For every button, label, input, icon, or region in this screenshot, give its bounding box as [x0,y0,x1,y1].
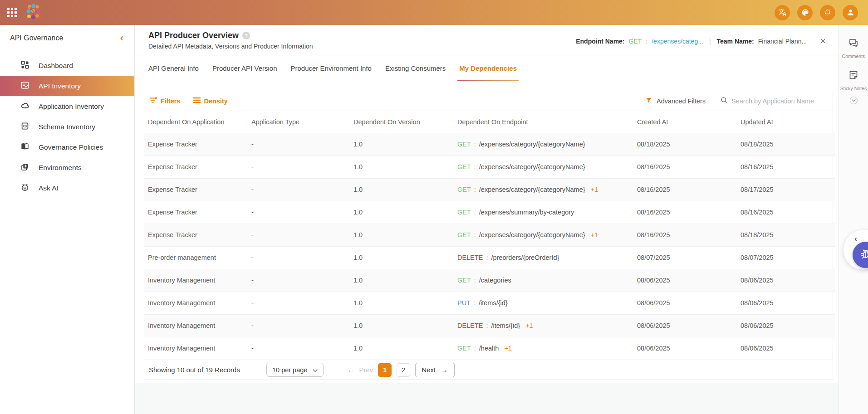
cell-updated: 08/16/2025 [737,156,835,178]
arrow-left-icon: ← [347,366,355,374]
sidebar-item-dashboard[interactable]: Dashboard [0,55,134,76]
cell-endpoint: GET:/categories [454,269,633,292]
table-row[interactable]: Expense Tracker - 1.0 GET:/expenses/cate… [144,178,835,201]
endpoint-path: /items/{id} [491,322,520,329]
cell-version: 1.0 [350,246,454,269]
page-button-1[interactable]: 1 [378,363,392,377]
cell-type: - [248,133,350,156]
app-grid-icon[interactable] [7,8,17,17]
table-row[interactable]: Pre-order management - 1.0 DELETE:/preor… [144,246,835,269]
advanced-filters-button[interactable]: Advanced Filters [645,97,706,105]
sidebar-item-label: Ask AI [39,184,59,192]
bell-icon[interactable] [820,5,835,20]
tab-my-dependencies[interactable]: My Dependencies [459,55,517,81]
endpoint-path: /health [479,345,499,352]
method-badge: GET [457,186,471,193]
next-page-button[interactable]: Next → [415,363,455,377]
user-icon[interactable] [843,5,858,20]
table-row[interactable]: Inventory Management - 1.0 GET:/categori… [144,269,835,292]
cell-version: 1.0 [350,337,454,360]
tab-api-general-info[interactable]: API General Info [148,55,199,81]
method-badge: DELETE [457,322,483,329]
sticky-note-icon [848,70,859,83]
cell-type: - [248,224,350,246]
tab-existing-consumers[interactable]: Existing Consumers [385,55,446,81]
density-button[interactable]: Density [193,97,228,105]
cell-updated: 08/16/2025 [737,201,835,224]
ask-ai-icon [21,183,29,193]
sidebar-item-application-inventory[interactable]: Application Inventory [0,96,134,117]
sidebar-item-api-inventory[interactable]: API Inventory [0,76,134,96]
cell-updated: 08/06/2025 [737,292,835,314]
method-badge: GET [457,231,471,239]
extra-endpoints-chip[interactable]: +1 [591,186,598,193]
extra-endpoints-chip[interactable]: +1 [525,322,533,329]
table-row[interactable]: Expense Tracker - 1.0 GET:/expenses/cate… [144,224,835,246]
density-icon [193,97,201,105]
endpoint-method: GET [629,38,642,45]
help-icon[interactable]: ? [242,32,250,39]
team-name-label: Team Name: [717,38,754,45]
search-box [721,97,827,106]
extra-endpoints-chip[interactable]: +1 [591,231,598,239]
sidebar-collapse-icon[interactable]: ‹ [120,33,123,43]
api-producer-overview-card: API Producer Overview ? Detailed API Met… [135,25,839,383]
cell-type: - [248,156,350,178]
table-row[interactable]: Expense Tracker - 1.0 GET:/expenses/summ… [144,201,835,224]
assistant-collapse-icon[interactable]: ‹ [854,234,857,244]
sidebar-item-governance-policies[interactable]: Governance Policies [0,137,134,157]
comments-button[interactable]: Comments [842,38,865,59]
dashboard-icon [21,61,29,71]
palette-icon[interactable] [797,5,813,20]
cell-endpoint: PUT:/items/{id} [454,292,633,314]
cell-application: Inventory Management [144,314,248,337]
cell-application: Inventory Management [144,337,248,360]
cell-version: 1.0 [350,201,454,224]
endpoint-path: /items/{id} [479,299,508,307]
cell-created: 08/07/2025 [633,246,737,269]
column-header: Dependent On Version [350,111,454,133]
page-button-2[interactable]: 2 [397,363,410,377]
sidebar-item-label: Application Inventory [39,102,104,111]
page-size-select[interactable]: 10 per page [266,363,324,377]
endpoint-colon: : [646,38,647,45]
dependencies-panel: Filters Density Advanced Filt [144,91,833,380]
cell-version: 1.0 [350,269,454,292]
tab-producer-api-version[interactable]: Producer API Version [212,55,277,81]
sidebar-item-environments[interactable]: Environments [0,157,134,178]
column-header: Created At [633,111,737,133]
sidebar-item-ask-ai[interactable]: Ask AI [0,178,134,198]
cell-created: 08/16/2025 [633,178,737,201]
bug-assistant-icon [859,248,868,262]
translate-icon[interactable] [775,5,790,20]
rail-expand-button[interactable] [850,97,858,104]
endpoint-path: /expenses/category/{categoryName} [479,163,585,170]
cell-type: - [248,201,350,224]
extra-endpoints-chip[interactable]: +1 [504,345,512,352]
tab-producer-environment-info[interactable]: Producer Environment Info [291,55,372,81]
sidebar-item-schema-inventory[interactable]: Schema Inventory [0,117,134,137]
table-row[interactable]: Inventory Management - 1.0 GET:/health+1… [144,337,835,360]
search-input[interactable] [731,97,827,105]
table-row[interactable]: Inventory Management - 1.0 DELETE:/items… [144,314,835,337]
cell-application: Inventory Management [144,269,248,292]
sticky-notes-button[interactable]: Sticky Notes [840,70,867,91]
filters-button[interactable]: Filters [150,97,181,105]
cell-type: - [248,292,350,314]
cell-updated: 08/18/2025 [737,224,835,246]
cell-endpoint: GET:/health+1 [454,337,633,360]
prev-page-button[interactable]: ← Prev [347,366,373,374]
cell-type: - [248,337,350,360]
next-label: Next [422,366,436,374]
arrow-right-icon: → [441,366,448,374]
cell-created: 08/06/2025 [633,292,737,314]
endpoint-path: /expenses/category/{categoryName} [479,141,585,148]
table-row[interactable]: Expense Tracker - 1.0 GET:/expenses/cate… [144,156,835,178]
method-badge: GET [457,345,471,352]
cell-updated: 08/07/2025 [737,246,835,269]
table-row[interactable]: Inventory Management - 1.0 PUT:/items/{i… [144,292,835,314]
funnel-icon [645,97,652,105]
density-label: Density [204,97,228,105]
table-row[interactable]: Expense Tracker - 1.0 GET:/expenses/cate… [144,133,835,156]
close-icon[interactable]: × [820,36,826,46]
